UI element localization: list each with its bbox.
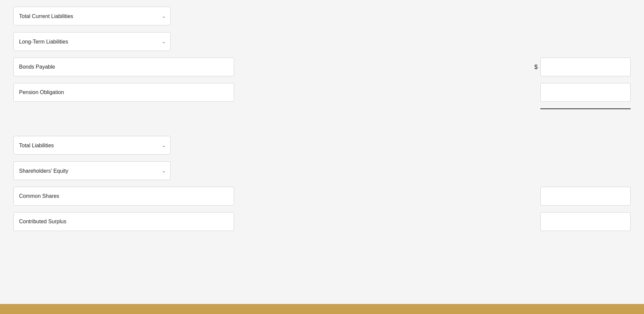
total-liabilities-dropdown-wrapper: Total Liabilities ⌄ [13,136,171,155]
long-term-liabilities-select[interactable]: Long-Term Liabilities [13,32,171,51]
bottom-bar [0,304,644,314]
contributed-surplus-label-col [13,212,234,231]
contributed-surplus-input[interactable] [13,212,234,231]
bonds-payable-input[interactable] [13,58,234,76]
total-current-liabilities-dropdown-wrapper: Total Current Liabilities ⌄ [13,7,171,25]
separator-line [540,108,631,109]
shareholders-equity-select[interactable]: Shareholders' Equity [13,161,171,180]
contributed-surplus-value-col [540,212,631,231]
bonds-payable-value-col [540,58,631,76]
gap-spacer [13,116,631,136]
contributed-surplus-value-input[interactable] [540,212,631,231]
bonds-payable-dollar-sign: $ [534,64,538,71]
total-current-liabilities-select[interactable]: Total Current Liabilities [13,7,171,25]
pension-obligation-label-col [13,83,234,102]
total-liabilities-row: Total Liabilities ⌄ [13,136,631,155]
long-term-liabilities-dropdown-wrapper: Long-Term Liabilities ⌄ [13,32,171,51]
pension-obligation-row [13,83,631,102]
common-shares-row [13,187,631,206]
total-current-liabilities-row: Total Current Liabilities ⌄ [13,7,631,25]
shareholders-equity-dropdown-wrapper: Shareholders' Equity ⌄ [13,161,171,180]
common-shares-value-col [540,187,631,206]
common-shares-value-input[interactable] [540,187,631,206]
long-term-liabilities-label-col: Long-Term Liabilities ⌄ [13,32,234,51]
shareholders-equity-row: Shareholders' Equity ⌄ [13,161,631,180]
pension-obligation-input[interactable] [13,83,234,102]
bonds-payable-label-col [13,58,234,76]
contributed-surplus-row [13,212,631,231]
page-container: Total Current Liabilities ⌄ Long-Term Li… [0,0,644,314]
common-shares-input[interactable] [13,187,234,206]
shareholders-equity-label-col: Shareholders' Equity ⌄ [13,161,234,180]
total-liabilities-label-col: Total Liabilities ⌄ [13,136,234,155]
total-liabilities-select[interactable]: Total Liabilities [13,136,171,155]
bonds-payable-value-input[interactable] [540,58,631,76]
common-shares-label-col [13,187,234,206]
bonds-payable-row: $ [13,58,631,76]
long-term-liabilities-row: Long-Term Liabilities ⌄ [13,32,631,51]
separator-row [13,108,631,109]
total-current-liabilities-label-col: Total Current Liabilities ⌄ [13,7,234,25]
pension-obligation-value-col [540,83,631,102]
pension-obligation-value-input[interactable] [540,83,631,102]
